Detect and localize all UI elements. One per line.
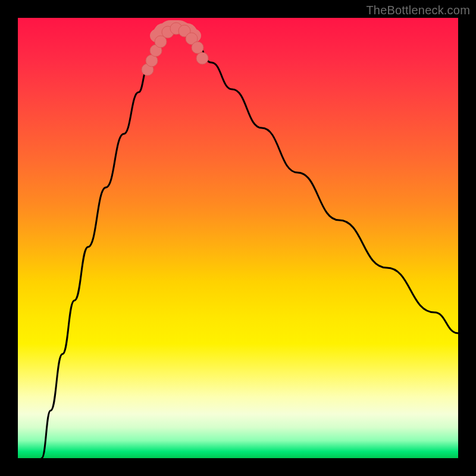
bottleneck-curve-right <box>170 27 458 333</box>
bottleneck-curve-left <box>42 27 170 458</box>
bottleneck-curve <box>42 27 458 458</box>
valley-marker-dot <box>196 52 208 64</box>
watermark-text: TheBottleneck.com <box>366 4 470 17</box>
chart-frame: TheBottleneck.com <box>0 0 476 476</box>
curve-overlay-svg <box>18 18 458 458</box>
valley-marker-dot <box>192 42 203 54</box>
plot-area <box>18 18 458 458</box>
